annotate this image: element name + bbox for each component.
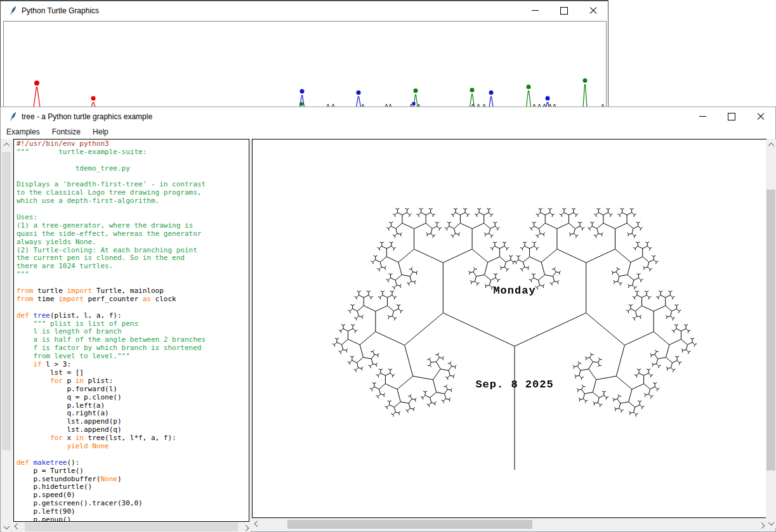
main-window: tree - a Python turtle graphics example … — [0, 107, 776, 532]
scrollbar-thumb[interactable] — [2, 152, 11, 450]
close-icon — [757, 113, 765, 120]
bg-maximize-button[interactable] — [549, 1, 579, 20]
fractal-tree-canvas — [253, 139, 766, 517]
minimize-button[interactable] — [688, 107, 717, 126]
source-code: #!/usr/bin/env python3""" turtle-example… — [14, 139, 249, 522]
code-line: tdemo_tree.py — [16, 165, 249, 173]
turtle-graphics-screen — [3, 21, 607, 109]
desktop: Python Turtle Graphics tree - a Python t… — [0, 0, 776, 532]
window-content: #!/usr/bin/env python3""" turtle-example… — [1, 139, 775, 531]
canvas-vertical-scrollbar[interactable] — [766, 139, 776, 528]
menu-fontsize[interactable]: Fontsize — [46, 126, 87, 138]
bg-window-titlebar[interactable]: Python Turtle Graphics — [1, 1, 608, 20]
tk-feather-icon — [9, 112, 17, 121]
scroll-down-button[interactable] — [1, 522, 11, 532]
maximize-button[interactable] — [717, 107, 746, 126]
code-vertical-scrollbar[interactable] — [1, 139, 11, 532]
scroll-left-button[interactable] — [12, 522, 22, 532]
bg-window-controls — [520, 1, 608, 20]
bg-window-title: Python Turtle Graphics — [22, 6, 99, 15]
maximize-icon — [560, 7, 568, 15]
code-line: from time import perf_counter as clock — [16, 295, 249, 304]
chevron-right-icon — [758, 522, 765, 528]
close-button[interactable] — [746, 107, 775, 126]
scroll-down-button[interactable] — [766, 518, 776, 528]
chevron-up-icon — [3, 142, 10, 148]
main-window-title: tree - a Python turtle graphics example — [22, 112, 152, 121]
code-line: p.penup() — [16, 516, 249, 522]
menu-help[interactable]: Help — [87, 126, 115, 138]
scroll-left-button[interactable] — [252, 519, 262, 529]
code-line: there are 1024 turtles. — [16, 263, 249, 271]
chevron-left-icon — [254, 521, 260, 527]
minimize-icon — [699, 116, 706, 117]
canvas-horizontal-scrollbar[interactable] — [252, 519, 766, 529]
maximize-icon — [728, 113, 735, 120]
scrollbar-thumb[interactable] — [287, 520, 532, 529]
code-horizontal-scrollbar[interactable] — [12, 522, 251, 532]
weekday-label: Monday — [493, 285, 536, 297]
chevron-left-icon — [14, 523, 20, 529]
main-window-titlebar[interactable]: tree - a Python turtle graphics example — [1, 107, 775, 126]
bg-minimize-button[interactable] — [520, 1, 549, 20]
code-line: yield None — [16, 443, 249, 451]
menubar: Examples Fontsize Help — [1, 126, 775, 139]
scroll-up-button[interactable] — [1, 139, 11, 150]
bg-close-button[interactable] — [579, 1, 608, 20]
close-icon — [589, 7, 597, 15]
menu-examples[interactable]: Examples — [1, 126, 46, 138]
chevron-down-icon — [3, 523, 10, 529]
code-line — [16, 205, 249, 214]
code-line: which use a depth-first-algorithm. — [16, 197, 249, 205]
code-line: """ turtle-example-suite: — [16, 148, 249, 157]
tk-feather-icon — [9, 6, 17, 15]
scroll-up-button[interactable] — [766, 139, 776, 150]
scroll-right-button[interactable] — [240, 522, 251, 532]
chevron-up-icon — [768, 142, 774, 148]
code-line: """ — [16, 271, 249, 279]
scrollbar-thumb[interactable] — [766, 190, 775, 470]
chevron-right-icon — [242, 524, 249, 531]
background-window: Python Turtle Graphics — [0, 0, 608, 108]
code-editor[interactable]: #!/usr/bin/env python3""" turtle-example… — [13, 139, 249, 522]
scrollbar-thumb[interactable] — [25, 522, 238, 531]
turtle-figures-canvas — [4, 22, 606, 107]
date-label: Sep. 8 2025 — [475, 379, 553, 391]
chevron-down-icon — [768, 519, 774, 526]
turtle-canvas-pane: Monday Sep. 8 2025 — [252, 139, 766, 518]
scroll-right-button[interactable] — [756, 519, 766, 529]
minimize-icon — [532, 10, 539, 11]
main-window-controls — [688, 107, 775, 126]
